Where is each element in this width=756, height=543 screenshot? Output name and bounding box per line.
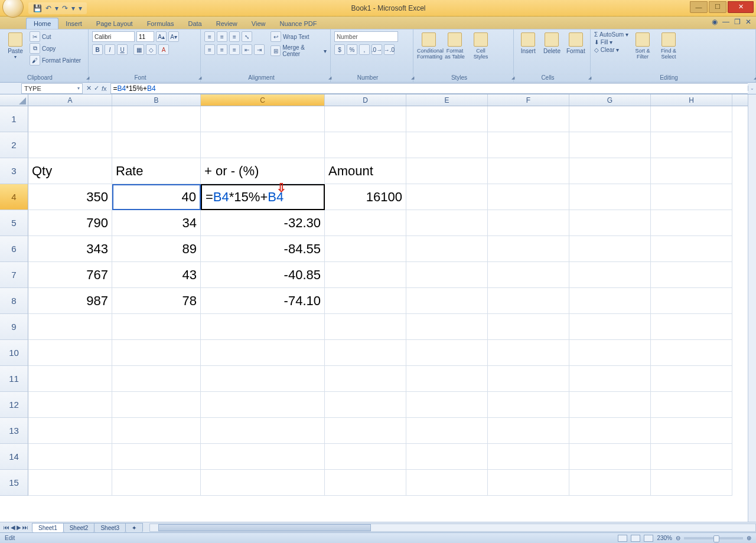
cell-g13[interactable] <box>569 418 651 444</box>
cell-c6[interactable]: -84.55 <box>201 236 325 262</box>
row-header-9[interactable]: 9 <box>0 314 28 340</box>
cell-e13[interactable] <box>406 418 488 444</box>
cell-b12[interactable] <box>112 392 201 418</box>
sheet-nav-next-icon[interactable]: ▶ <box>17 524 21 531</box>
cell-h11[interactable] <box>651 366 732 392</box>
cell-d9[interactable] <box>325 314 406 340</box>
view-layout-icon[interactable] <box>631 535 640 542</box>
cell-d11[interactable] <box>325 366 406 392</box>
cell-a12[interactable] <box>28 392 112 418</box>
align-bottom-icon[interactable]: ≡ <box>229 31 240 42</box>
tab-insert[interactable]: Insert <box>58 18 89 29</box>
cell-b7[interactable]: 43 <box>112 262 201 288</box>
col-header-b[interactable]: B <box>112 94 201 106</box>
font-color-button[interactable]: A <box>158 44 169 55</box>
orientation-icon[interactable]: ⤡ <box>242 31 252 42</box>
row-header-10[interactable]: 10 <box>0 340 28 366</box>
cell-c13[interactable] <box>201 418 325 444</box>
align-left-icon[interactable]: ≡ <box>204 44 215 55</box>
cell-a6[interactable]: 343 <box>28 236 112 262</box>
cell-g12[interactable] <box>569 392 651 418</box>
redo-icon[interactable]: ↷ <box>62 4 68 12</box>
cell-g4[interactable] <box>569 184 651 210</box>
cell-a14[interactable] <box>28 444 112 470</box>
col-header-g[interactable]: G <box>569 94 651 106</box>
name-box[interactable]: TYPE▾ <box>21 83 83 94</box>
doc-restore-icon[interactable]: ❐ <box>734 18 741 26</box>
cell-h6[interactable] <box>651 236 732 262</box>
clear-button[interactable]: ◇ Clear ▾ <box>594 47 619 53</box>
undo-icon[interactable]: ↶ <box>45 4 51 12</box>
indent-dec-icon[interactable]: ⇤ <box>242 44 252 55</box>
zoom-slider[interactable] <box>684 537 743 539</box>
indent-inc-icon[interactable]: ⇥ <box>254 44 265 55</box>
cell-f8[interactable] <box>488 288 569 314</box>
cell-c15[interactable] <box>201 470 325 496</box>
cell-e1[interactable] <box>406 106 488 132</box>
cell-f11[interactable] <box>488 366 569 392</box>
cell-b9[interactable] <box>112 314 201 340</box>
cell-f10[interactable] <box>488 340 569 366</box>
sheet-tab-3[interactable]: Sheet3 <box>94 523 126 532</box>
cell-c5[interactable]: -32.30 <box>201 210 325 236</box>
copy-icon[interactable]: ⧉ <box>30 43 40 54</box>
border-button[interactable]: ▦ <box>133 44 144 55</box>
cell-h13[interactable] <box>651 418 732 444</box>
dec-decimal-icon[interactable]: →.0 <box>384 44 395 55</box>
tab-nuance-pdf[interactable]: Nuance PDF <box>272 18 324 29</box>
cell-d6[interactable] <box>325 236 406 262</box>
cell-e8[interactable] <box>406 288 488 314</box>
sheet-nav-prev-icon[interactable]: ◀ <box>11 524 15 531</box>
cell-f15[interactable] <box>488 470 569 496</box>
cell-h8[interactable] <box>651 288 732 314</box>
cell-a4[interactable]: 350 <box>28 184 112 210</box>
col-header-a[interactable]: A <box>28 94 112 106</box>
office-button[interactable] <box>2 0 24 18</box>
sheet-nav-first-icon[interactable]: ⏮ <box>4 524 9 531</box>
align-top-icon[interactable]: ≡ <box>204 31 215 42</box>
sheet-tab-2[interactable]: Sheet2 <box>63 523 95 532</box>
row-header-4[interactable]: 4 <box>0 184 28 210</box>
formula-bar[interactable]: =B4*15%+B4 <box>110 83 748 94</box>
cell-f6[interactable] <box>488 236 569 262</box>
cell-h9[interactable] <box>651 314 732 340</box>
sheet-nav-last-icon[interactable]: ⏭ <box>22 524 28 531</box>
grow-font-icon[interactable]: A▴ <box>156 31 167 42</box>
cell-a1[interactable] <box>28 106 112 132</box>
cell-d1[interactable] <box>325 106 406 132</box>
copy-label[interactable]: Copy <box>42 45 56 52</box>
cell-a2[interactable] <box>28 132 112 158</box>
cell-c10[interactable] <box>201 340 325 366</box>
cell-g1[interactable] <box>569 106 651 132</box>
cell-c2[interactable] <box>201 132 325 158</box>
cell-c7[interactable]: -40.85 <box>201 262 325 288</box>
cell-g7[interactable] <box>569 262 651 288</box>
minimize-button[interactable]: — <box>690 1 708 13</box>
cell-c14[interactable] <box>201 444 325 470</box>
cell-a13[interactable] <box>28 418 112 444</box>
cell-g8[interactable] <box>569 288 651 314</box>
col-header-d[interactable]: D <box>325 94 406 106</box>
zoom-out-icon[interactable]: ⊖ <box>676 535 680 541</box>
cell-b13[interactable] <box>112 418 201 444</box>
cell-g10[interactable] <box>569 340 651 366</box>
cell-c11[interactable] <box>201 366 325 392</box>
enter-formula-icon[interactable]: ✓ <box>94 84 99 92</box>
merge-icon[interactable]: ⊞ <box>271 45 281 56</box>
cell-f3[interactable] <box>488 158 569 184</box>
cell-e3[interactable] <box>406 158 488 184</box>
cell-a7[interactable]: 767 <box>28 262 112 288</box>
cell-f7[interactable] <box>488 262 569 288</box>
cell-g3[interactable] <box>569 158 651 184</box>
cell-e4[interactable] <box>406 184 488 210</box>
cell-b11[interactable] <box>112 366 201 392</box>
sheet-tab-1[interactable]: Sheet1 <box>32 523 64 532</box>
cell-d7[interactable] <box>325 262 406 288</box>
select-all-corner[interactable] <box>0 94 28 106</box>
cell-g9[interactable] <box>569 314 651 340</box>
cut-icon[interactable]: ✂ <box>30 31 40 42</box>
col-header-e[interactable]: E <box>406 94 488 106</box>
cell-h12[interactable] <box>651 392 732 418</box>
row-header-13[interactable]: 13 <box>0 418 28 444</box>
cell-b14[interactable] <box>112 444 201 470</box>
